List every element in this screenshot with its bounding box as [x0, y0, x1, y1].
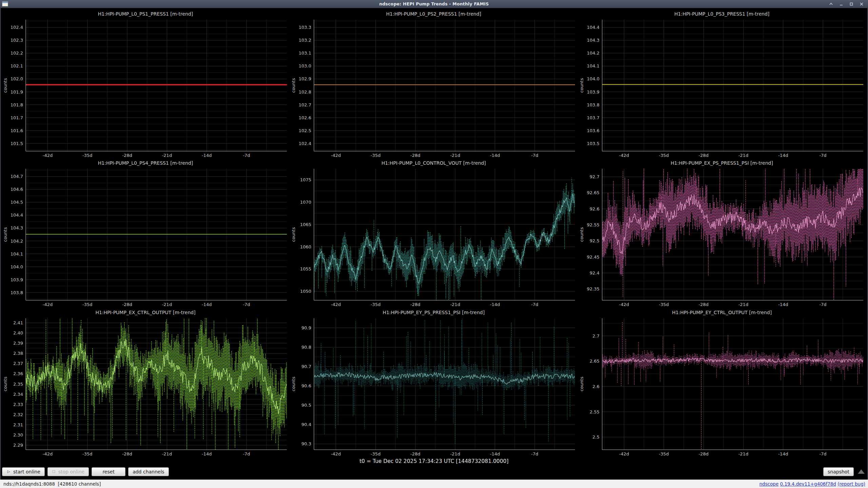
svg-text:-21d: -21d	[738, 153, 749, 158]
plot-svg: 92.792.6592.692.5592.592.4592.492.35-42d…	[578, 167, 866, 308]
ndscope-link[interactable]: ndscope	[760, 481, 779, 487]
svg-text:104.7: 104.7	[11, 174, 23, 179]
svg-text:2.31: 2.31	[13, 422, 23, 427]
version-link[interactable]: 0.19.4.dev11+g406f78d	[780, 481, 836, 487]
svg-text:-7d: -7d	[531, 451, 538, 456]
svg-text:-21d: -21d	[450, 153, 460, 158]
svg-text:1055: 1055	[300, 267, 311, 272]
svg-text:102.7: 102.7	[299, 102, 311, 107]
svg-text:-7d: -7d	[531, 153, 538, 158]
shade-window-icon[interactable]	[829, 2, 833, 6]
svg-text:-7d: -7d	[819, 451, 826, 456]
y-axis-label: counts	[291, 227, 296, 242]
t0-label: t0 = Tue Dec 02 2025 17:34:23 UTC [14487…	[1, 457, 867, 466]
svg-text:-28d: -28d	[122, 451, 132, 456]
plot-area[interactable]: 107510701065106010551050-42d-35d-28d-21d…	[290, 167, 578, 308]
report-bug-link[interactable]: (report bug)	[837, 481, 865, 487]
minimize-icon[interactable]	[839, 2, 844, 6]
svg-text:92.7: 92.7	[590, 174, 599, 179]
plot-area[interactable]: 90.990.890.790.690.590.490.3-42d-35d-28d…	[290, 316, 578, 457]
svg-text:-14d: -14d	[490, 302, 500, 307]
svg-text:-35d: -35d	[659, 302, 669, 307]
svg-text:-35d: -35d	[659, 451, 669, 456]
svg-text:2.39: 2.39	[13, 341, 23, 346]
svg-text:-42d: -42d	[331, 302, 341, 307]
start-online-button[interactable]: start online	[2, 467, 45, 476]
plot-area[interactable]: 104.4104.3104.2104.1104.0103.9103.8103.7…	[578, 18, 866, 159]
plot-svg: 107510701065106010551050-42d-35d-28d-21d…	[290, 167, 578, 308]
svg-text:-14d: -14d	[202, 302, 212, 307]
y-axis-label: counts	[291, 78, 296, 93]
plot-panel-7: H1:HPI-PUMP_EX_CTRL_OUTPUT [m-trend]2.41…	[1, 308, 290, 457]
svg-text:-28d: -28d	[122, 302, 132, 307]
svg-text:92.55: 92.55	[587, 222, 599, 227]
svg-text:103.8: 103.8	[11, 290, 23, 295]
expand-panel-icon[interactable]	[858, 469, 865, 474]
titlebar[interactable]: ndscope: HEPI Pump Trends - Monthly FAMI…	[0, 0, 868, 8]
svg-text:-42d: -42d	[43, 302, 53, 307]
svg-text:101.9: 101.9	[11, 89, 23, 95]
reset-button[interactable]: reset	[92, 467, 125, 476]
version-info: ndscope 0.19.4.dev11+g406f78d (report bu…	[760, 481, 866, 487]
svg-text:92.6: 92.6	[590, 206, 599, 211]
plot-area[interactable]: 2.412.402.392.382.372.362.352.342.332.32…	[1, 316, 290, 457]
svg-text:1060: 1060	[300, 244, 311, 249]
svg-text:-14d: -14d	[778, 153, 788, 158]
svg-text:-7d: -7d	[243, 153, 250, 158]
svg-text:2.29: 2.29	[13, 443, 23, 448]
stop-online-button[interactable]: stop online	[47, 467, 89, 476]
svg-text:-42d: -42d	[331, 153, 341, 158]
svg-text:-14d: -14d	[778, 302, 788, 307]
plot-area[interactable]: 104.7104.6104.5104.4104.3104.2104.1104.0…	[1, 167, 290, 308]
svg-text:2.32: 2.32	[13, 412, 23, 417]
svg-text:-42d: -42d	[619, 153, 629, 158]
svg-text:2.55: 2.55	[590, 409, 599, 414]
plot-area[interactable]: 102.4102.3102.2102.1102.0101.9101.8101.7…	[1, 18, 290, 159]
svg-text:-14d: -14d	[202, 153, 212, 158]
svg-text:102.3: 102.3	[11, 38, 23, 43]
svg-text:102.8: 102.8	[299, 89, 311, 95]
svg-text:-7d: -7d	[243, 302, 250, 307]
svg-text:-7d: -7d	[531, 302, 538, 307]
svg-text:2.36: 2.36	[13, 371, 23, 376]
plot-title: H1:HPI-PUMP_L0_PS1_PRESS1 [m-trend]	[1, 9, 290, 18]
plot-title: H1:HPI-PUMP_L0_PS2_PRESS1 [m-trend]	[290, 9, 578, 18]
svg-text:2.37: 2.37	[13, 361, 23, 366]
plot-title: H1:HPI-PUMP_EX_PS_PRESS1_PSI [m-trend]	[578, 159, 866, 167]
svg-text:-21d: -21d	[450, 451, 460, 456]
svg-text:103.5: 103.5	[587, 141, 599, 146]
svg-text:104.0: 104.0	[587, 76, 599, 81]
close-icon[interactable]	[859, 2, 864, 6]
svg-text:104.3: 104.3	[587, 38, 599, 43]
svg-text:-28d: -28d	[410, 451, 420, 456]
snapshot-label: snapshot	[828, 469, 849, 474]
svg-text:1065: 1065	[300, 222, 311, 227]
plot-area[interactable]: 2.72.652.62.552.5-42d-35d-28d-21d-14d-7d…	[578, 316, 866, 457]
svg-text:103.9: 103.9	[11, 277, 23, 282]
svg-text:-42d: -42d	[331, 451, 341, 456]
svg-text:104.1: 104.1	[587, 63, 599, 68]
svg-text:103.8: 103.8	[587, 102, 599, 107]
plot-area[interactable]: 92.792.6592.692.5592.592.4592.492.35-42d…	[578, 167, 866, 308]
plot-area[interactable]: 103.3103.2103.1103.0102.9102.8102.7102.6…	[290, 18, 578, 159]
snapshot-button[interactable]: snapshot	[823, 467, 854, 476]
svg-text:92.5: 92.5	[590, 239, 599, 244]
y-axis-label: counts	[579, 227, 584, 242]
maximize-icon[interactable]	[849, 2, 854, 6]
svg-text:90.4: 90.4	[301, 422, 311, 427]
svg-text:-28d: -28d	[410, 153, 420, 158]
svg-text:-14d: -14d	[490, 153, 500, 158]
add-channels-button[interactable]: add channels	[128, 467, 169, 476]
reset-label: reset	[102, 469, 114, 474]
svg-text:2.7: 2.7	[592, 333, 599, 338]
svg-text:103.3: 103.3	[299, 25, 311, 30]
svg-text:1070: 1070	[300, 200, 311, 205]
status-bar: nds://h1daqnds1:8088 [428610 channels] n…	[0, 480, 868, 488]
svg-text:-21d: -21d	[162, 302, 172, 307]
nds-server-status: nds://h1daqnds1:8088 [428610 channels]	[3, 481, 101, 487]
y-axis-label: counts	[291, 377, 296, 391]
plot-grid: H1:HPI-PUMP_L0_PS1_PRESS1 [m-trend]102.4…	[1, 8, 867, 457]
plot-svg: 103.3103.2103.1103.0102.9102.8102.7102.6…	[290, 18, 578, 159]
svg-text:2.41: 2.41	[13, 320, 23, 325]
svg-text:104.1: 104.1	[11, 251, 23, 257]
